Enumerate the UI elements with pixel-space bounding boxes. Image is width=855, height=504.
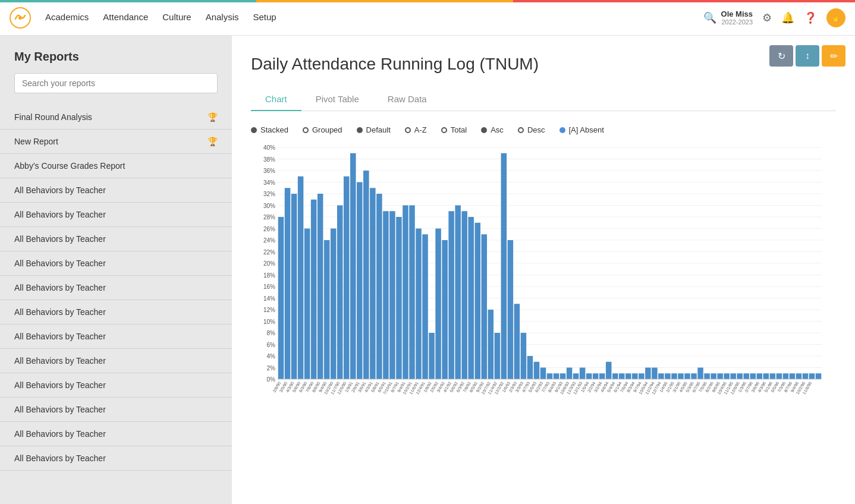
edit-button[interactable]: ✏ <box>822 45 845 67</box>
bar[interactable] <box>737 373 743 379</box>
bar[interactable] <box>632 373 638 379</box>
report-item[interactable]: All Behaviors by Teacher <box>0 398 232 422</box>
bar[interactable] <box>474 223 480 379</box>
legend-item[interactable]: Desc <box>518 125 545 134</box>
bar[interactable] <box>324 240 330 379</box>
bar[interactable] <box>527 356 533 379</box>
bar[interactable] <box>376 194 382 379</box>
report-item[interactable]: Final Round Analysis🏆 <box>0 105 232 130</box>
report-item[interactable]: All Behaviors by Teacher <box>0 349 232 373</box>
bar[interactable] <box>724 373 730 379</box>
report-item[interactable]: All Behaviors by Teacher <box>0 446 232 471</box>
bar[interactable] <box>298 177 304 379</box>
bar[interactable] <box>547 373 553 379</box>
bar[interactable] <box>495 333 501 379</box>
bar[interactable] <box>684 373 690 379</box>
bar[interactable] <box>560 373 566 379</box>
bar[interactable] <box>331 229 337 380</box>
bar[interactable] <box>409 206 415 380</box>
tab-pivot[interactable]: Pivot Table <box>301 88 373 111</box>
bar[interactable] <box>606 362 612 379</box>
bar[interactable] <box>730 373 736 379</box>
bar[interactable] <box>488 310 494 379</box>
report-item[interactable]: All Behaviors by Teacher <box>0 325 232 349</box>
bar[interactable] <box>593 373 599 379</box>
bar[interactable] <box>416 229 422 380</box>
search-input[interactable] <box>14 73 218 93</box>
bar[interactable] <box>777 373 782 379</box>
bar[interactable] <box>396 217 402 379</box>
bar[interactable] <box>370 188 376 379</box>
bar[interactable] <box>697 368 703 380</box>
nav-academics[interactable]: Academics <box>45 10 89 26</box>
bar[interactable] <box>573 373 579 379</box>
bar[interactable] <box>803 373 809 379</box>
bar[interactable] <box>318 194 323 379</box>
bar[interactable] <box>567 368 573 380</box>
nav-setup[interactable]: Setup <box>253 10 276 26</box>
nav-analysis[interactable]: Analysis <box>206 10 239 26</box>
bar[interactable] <box>455 206 461 380</box>
report-item[interactable]: Abby's Course Grades Report <box>0 154 232 178</box>
legend-item[interactable]: Asc <box>481 125 504 134</box>
bar[interactable] <box>770 373 776 379</box>
bar[interactable] <box>586 373 592 379</box>
report-item[interactable]: All Behaviors by Teacher <box>0 227 232 251</box>
legend-item[interactable]: Stacked <box>251 125 288 134</box>
bar[interactable] <box>389 211 395 379</box>
bar[interactable] <box>652 368 658 380</box>
bar[interactable] <box>554 373 559 379</box>
bar[interactable] <box>429 333 435 379</box>
refresh-button[interactable]: ↻ <box>769 45 793 67</box>
report-item[interactable]: All Behaviors by Teacher <box>0 373 232 398</box>
bar[interactable] <box>363 171 369 379</box>
legend-item[interactable]: Default <box>357 125 391 134</box>
bar[interactable] <box>691 373 697 379</box>
bell-icon[interactable]: 🔔 <box>781 11 794 24</box>
bar[interactable] <box>790 373 796 379</box>
bar[interactable] <box>311 200 317 379</box>
bar[interactable] <box>711 373 716 379</box>
legend-item[interactable]: [A] Absent <box>559 125 604 134</box>
bar[interactable] <box>665 373 671 379</box>
bar[interactable] <box>678 373 684 379</box>
bar[interactable] <box>757 373 763 379</box>
bar[interactable] <box>350 153 356 379</box>
bar[interactable] <box>796 373 802 379</box>
bar[interactable] <box>658 373 664 379</box>
bar[interactable] <box>816 373 822 379</box>
tab-raw[interactable]: Raw Data <box>373 88 441 111</box>
bar[interactable] <box>704 373 710 379</box>
sort-button[interactable]: ↕ <box>796 45 819 67</box>
report-item[interactable]: All Behaviors by Teacher <box>0 276 232 300</box>
bar[interactable] <box>809 373 815 379</box>
bar[interactable] <box>448 211 454 379</box>
legend-item[interactable]: Total <box>441 125 467 134</box>
bar[interactable] <box>540 368 546 380</box>
bar[interactable] <box>422 234 428 379</box>
report-item[interactable]: New Report🏆 <box>0 130 232 154</box>
nav-culture[interactable]: Culture <box>162 10 191 26</box>
bar[interactable] <box>508 240 514 379</box>
legend-item[interactable]: A-Z <box>405 125 427 134</box>
bar[interactable] <box>501 153 507 379</box>
bar[interactable] <box>357 182 363 380</box>
search-icon[interactable]: 🔍 <box>703 11 716 24</box>
bar[interactable] <box>442 240 448 379</box>
legend-item[interactable]: Grouped <box>303 125 342 134</box>
report-item[interactable]: All Behaviors by Teacher <box>0 422 232 446</box>
bar[interactable] <box>291 194 297 379</box>
help-icon[interactable]: ❓ <box>804 11 817 24</box>
bar[interactable] <box>304 229 310 380</box>
bar[interactable] <box>337 206 343 380</box>
bar[interactable] <box>383 211 389 379</box>
bar[interactable] <box>481 234 487 379</box>
report-item[interactable]: All Behaviors by Teacher <box>0 300 232 325</box>
bar[interactable] <box>763 373 769 379</box>
bar[interactable] <box>403 206 408 380</box>
bar[interactable] <box>344 177 350 379</box>
bar[interactable] <box>717 373 723 379</box>
report-item[interactable]: All Behaviors by Teacher <box>0 178 232 203</box>
bar[interactable] <box>750 373 756 379</box>
bar[interactable] <box>435 229 441 380</box>
